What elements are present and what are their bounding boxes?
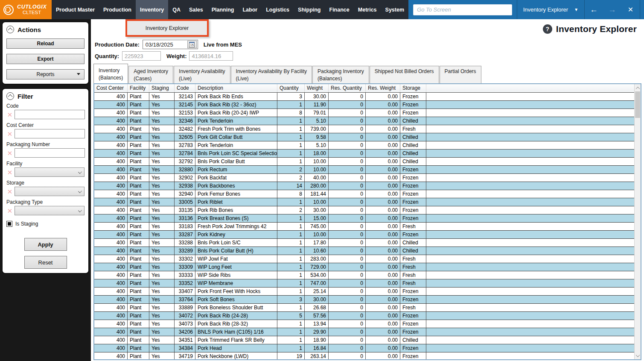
table-row[interactable]: 400PlantYes34073Pork Back Rib (28-32)113… xyxy=(94,320,634,328)
clear-filter-icon[interactable]: ✕ xyxy=(6,169,13,176)
table-row[interactable]: 400PlantYes32346Pork Tenderloin15.1000.0… xyxy=(94,117,634,125)
table-row[interactable]: 400PlantYes32605Pork Gilt Collar Butt19.… xyxy=(94,133,634,141)
column-header-facility[interactable]: Facility xyxy=(128,84,149,92)
production-date-input[interactable]: 03/18/2025 15 xyxy=(143,40,198,49)
reset-button[interactable]: Reset xyxy=(24,256,67,269)
nav-item-sales[interactable]: Sales xyxy=(185,0,207,19)
column-header-res-quantity[interactable]: Res. Quantity xyxy=(329,84,366,92)
nav-item-labor[interactable]: Labor xyxy=(238,0,262,19)
column-header-staging[interactable]: Staging xyxy=(149,84,175,92)
go-to-screen-input[interactable] xyxy=(413,4,512,15)
collapse-actions-button[interactable] xyxy=(6,26,14,33)
table-row[interactable]: 400PlantYes33288Bnls Pork Loin S/C117.80… xyxy=(94,239,634,247)
nav-item-planning[interactable]: Planning xyxy=(207,0,239,19)
nav-item-inventory[interactable]: Inventory xyxy=(136,0,168,19)
table-row[interactable]: 400PlantYes33352WIP Membrane1747.0000.00… xyxy=(94,279,634,288)
column-header-code[interactable]: Code xyxy=(175,84,195,92)
packaging-type-filter-select[interactable] xyxy=(15,206,85,215)
table-row[interactable]: 400PlantYes32792Bnls Pork Collar Butt110… xyxy=(94,158,634,166)
forward-button[interactable]: → xyxy=(603,5,621,15)
table-row[interactable]: 400PlantYes34719Pork Neckbone (LWD)19263… xyxy=(94,352,634,359)
quantity-field[interactable] xyxy=(122,51,161,61)
table-row[interactable]: 400PlantYes33333WIP Side Ribs1534.0000.0… xyxy=(94,271,634,279)
table-row[interactable]: 400PlantYes32482Fresh Pork Trim with Bon… xyxy=(94,125,634,133)
clear-filter-icon[interactable]: ✕ xyxy=(6,131,13,137)
column-header-quantity[interactable]: Quantity xyxy=(277,84,305,92)
table-row[interactable]: 400PlantYes32153Pork Back Rib (20-24) IW… xyxy=(94,109,634,117)
tab-partial-orders[interactable]: Partial Orders xyxy=(440,66,481,83)
table-row[interactable]: 400PlantYes33183Fresh Pork Jowl Trimming… xyxy=(94,223,634,231)
export-button[interactable]: Export xyxy=(6,54,85,64)
column-header-cost-center[interactable]: Cost Center xyxy=(94,84,128,92)
table-row[interactable]: 400PlantYes32784Bnls Pork Loin SC Specia… xyxy=(94,150,634,158)
packaging-number-filter-input[interactable] xyxy=(15,148,85,158)
table-row[interactable]: 400PlantYes33135Pork Rib Bones230.0000.0… xyxy=(94,206,634,214)
clear-filter-icon[interactable]: ✕ xyxy=(6,112,13,118)
table-row[interactable]: 400PlantYes33889Pork Boneless Shoulder B… xyxy=(94,304,634,312)
column-header-res-weight[interactable]: Res. Weight xyxy=(366,84,400,92)
table-row[interactable]: 400PlantYes33764Pork Soft Bones330.0000.… xyxy=(94,296,634,304)
favorite-button[interactable]: ★ xyxy=(640,5,644,15)
tab-shipped-not-billed-orders[interactable]: Shipped Not Billed Orders xyxy=(370,66,439,83)
column-header-weight[interactable]: Weight xyxy=(305,84,329,92)
apply-button[interactable]: Apply xyxy=(24,238,67,251)
nav-item-product-master[interactable]: Product Master xyxy=(52,0,99,19)
actions-panel-title: Actions xyxy=(17,26,41,33)
nav-item-production[interactable]: Production xyxy=(99,0,136,19)
table-row[interactable]: 400PlantYes33136Pork Breast Bones (S)115… xyxy=(94,214,634,223)
reports-dropdown-button[interactable]: Reports xyxy=(6,69,85,79)
table-row[interactable]: 400PlantYes32783Pork Tenderloin15.1000.0… xyxy=(94,141,634,150)
column-header-storage[interactable]: Storage xyxy=(400,84,426,92)
table-row[interactable]: 400PlantYes33005Pork Riblet110.0000.00Fr… xyxy=(94,198,634,206)
table-row[interactable]: 400PlantYes33287Pork Kidney110.0000.00Fr… xyxy=(94,231,634,239)
cell-weight: 745.00 xyxy=(305,223,329,230)
clear-filter-icon[interactable]: ✕ xyxy=(6,208,13,214)
table-row[interactable]: 400PlantYes34206BNLS Pork Ham (C105) 1/1… xyxy=(94,328,634,336)
storage-filter-select[interactable] xyxy=(15,187,85,196)
table-row[interactable]: 400PlantYes34384Pork Head116.8400.00Froz… xyxy=(94,344,634,352)
tab-packaging-inventory-balances[interactable]: Packaging Inventory(Balances) xyxy=(312,66,369,83)
table-row[interactable]: 400PlantYes33302WIP Jowl Fat1283.0000.00… xyxy=(94,255,634,263)
collapse-filter-button[interactable] xyxy=(6,92,14,100)
nav-item-logistics[interactable]: Logistics xyxy=(262,0,294,19)
clear-filter-icon[interactable]: ✕ xyxy=(6,188,13,195)
table-row[interactable]: 400PlantYes33289Bnls Pork Collar Butt (H… xyxy=(94,247,634,255)
table-row[interactable]: 400PlantYes32143Pork Back Rib Ends330.00… xyxy=(94,93,634,101)
scroll-up-button[interactable] xyxy=(635,85,641,91)
tab-inventory-availability-live[interactable]: Inventory Availability(Live) xyxy=(174,66,230,83)
table-row[interactable]: 400PlantYes32940Pork Femur Bones8181.440… xyxy=(94,190,634,198)
table-row[interactable]: 400PlantYes32938Pork Backbones14280.0000… xyxy=(94,182,634,190)
facility-filter-select[interactable] xyxy=(15,167,85,177)
table-row[interactable]: 400PlantYes32880Pork Rectum210.0000.00Fr… xyxy=(94,166,634,174)
code-filter-input[interactable] xyxy=(15,110,85,119)
nav-item-qa[interactable]: QA xyxy=(168,0,185,19)
table-row[interactable]: 400PlantYes34351Pork Trimmed Flank SR Be… xyxy=(94,336,634,344)
help-button[interactable]: ? xyxy=(543,24,552,34)
scrollbar-thumb[interactable] xyxy=(635,91,640,118)
cost-center-filter-input[interactable] xyxy=(15,129,85,138)
vertical-scrollbar[interactable] xyxy=(634,84,641,359)
weight-field[interactable] xyxy=(189,51,233,61)
tab-inventory-balances[interactable]: Inventory(Balances) xyxy=(93,64,128,83)
tab-aged-inventory-cases[interactable]: Aged Inventory(Cases) xyxy=(128,66,173,83)
tab-inventory-availability-by-facility-live[interactable]: Inventory Availability By Facility(Live) xyxy=(231,66,312,83)
clear-filter-icon[interactable]: ✕ xyxy=(6,150,13,156)
close-screen-button[interactable]: ✕ xyxy=(621,6,640,14)
inventory-explorer-menu-item[interactable]: Inventory Explorer xyxy=(125,19,209,37)
nav-item-metrics[interactable]: Metrics xyxy=(354,0,381,19)
back-button[interactable]: ← xyxy=(585,5,603,15)
nav-item-shipping[interactable]: Shipping xyxy=(294,0,325,19)
table-row[interactable]: 400PlantYes33309WIP Long Feet1729.0000.0… xyxy=(94,263,634,271)
scroll-down-button[interactable] xyxy=(635,352,641,359)
screen-selector-dropdown[interactable]: Inventory Explorer ▼ xyxy=(517,6,584,13)
table-row[interactable]: 400PlantYes34072Pork Back Rib (24-28)557… xyxy=(94,312,634,320)
nav-item-system[interactable]: System xyxy=(381,0,408,19)
table-row[interactable]: 400PlantYes32902Pork Backfat240.0000.00F… xyxy=(94,174,634,182)
nav-item-finance[interactable]: Finance xyxy=(325,0,354,19)
column-header-description[interactable]: Description xyxy=(195,84,277,92)
is-staging-checkbox[interactable] xyxy=(6,221,12,227)
table-row[interactable]: 400PlantYes32145Pork Back Rib (32 - 36oz… xyxy=(94,101,634,109)
calendar-picker-button[interactable]: 15 xyxy=(187,41,197,48)
reload-button[interactable]: Reload xyxy=(6,38,85,49)
table-row[interactable]: 400PlantYes33407Pork Front Feet With Hoc… xyxy=(94,288,634,296)
